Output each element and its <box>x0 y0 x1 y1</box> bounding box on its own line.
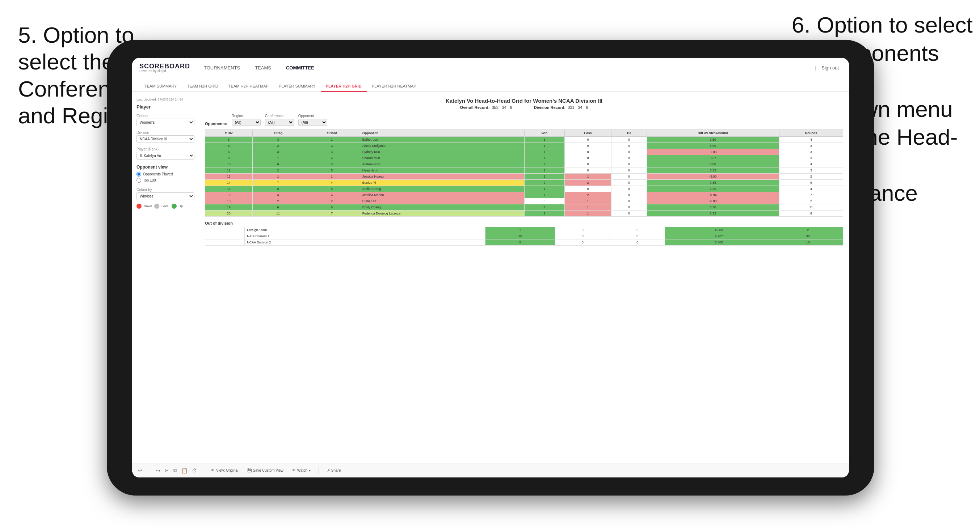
radio-opponents-played[interactable]: Opponents Played <box>137 172 194 176</box>
table-cell: Eunice Yi <box>360 180 524 186</box>
table-cell: 4.00 <box>647 143 779 149</box>
table-cell: 5 <box>304 186 360 192</box>
table-cell: 2 <box>565 180 611 186</box>
subnav-team-h2h-heatmap[interactable]: TEAM H2H HEATMAP <box>223 81 274 92</box>
radio-top-100[interactable]: Top 100 <box>137 178 194 183</box>
table-cell: 2 <box>252 167 304 174</box>
table-cell: 0 <box>611 211 647 217</box>
table-cell: 3 <box>779 149 843 155</box>
subnav-player-h2h-grid[interactable]: PLAYER H2H GRID <box>321 81 367 92</box>
player-rank-label: Player (Rank) <box>137 147 194 151</box>
sub-nav: TEAM SUMMARY TEAM H2H GRID TEAM H2H HEAT… <box>132 78 849 92</box>
nav-teams[interactable]: TEAMS <box>252 63 274 72</box>
subnav-player-h2h-heatmap[interactable]: PLAYER H2H HEATMAP <box>367 81 422 92</box>
table-cell: 1 <box>524 192 565 198</box>
out-div-cell: 0 <box>555 240 610 246</box>
table-cell: 1 <box>524 167 565 174</box>
table-cell: 0 <box>611 167 647 174</box>
table-cell: 0 <box>565 155 611 161</box>
table-cell: 3 <box>779 143 843 149</box>
table-cell: 20 <box>205 211 253 217</box>
table-cell: 0 <box>565 167 611 174</box>
subnav-team-summary[interactable]: TEAM SUMMARY <box>139 81 182 92</box>
nav-tournaments[interactable]: TOURNAMENTS <box>201 63 243 72</box>
col-diff: Diff Av Strokes/Rnd <box>647 130 779 137</box>
table-cell: 3 <box>779 155 843 161</box>
watch-btn[interactable]: 👁 Watch ▾ <box>290 467 313 473</box>
out-div-cell: 7.400 <box>665 240 773 246</box>
table-cell: 0 <box>611 155 647 161</box>
legend-down-label: Down <box>144 204 152 208</box>
out-div-cell: 15 <box>485 233 555 240</box>
table-cell: 2 <box>779 174 843 180</box>
save-custom-view-btn[interactable]: 💾 Save Custom View <box>245 467 286 473</box>
table-cell: Esther Lee <box>360 137 524 143</box>
table-row: 1474Eunice Yi2200.389 <box>205 180 843 186</box>
table-cell: 2 <box>304 198 360 204</box>
table-cell: 1 <box>524 143 565 149</box>
table-cell: 1 <box>565 211 611 217</box>
col-tie: Tie <box>611 130 647 137</box>
out-div-cell: NAIA Division 1 <box>245 233 485 240</box>
table-cell: 1 <box>565 198 611 204</box>
out-div-cell: Foreign Team <box>245 227 485 233</box>
colour-by-select[interactable]: Win/loss <box>137 192 194 200</box>
table-cell: 4 <box>524 204 565 211</box>
table-cell: 1 <box>524 149 565 155</box>
col-loss: Loss <box>565 130 611 137</box>
table-cell: 18 <box>205 198 253 204</box>
table-cell: 2 <box>252 198 304 204</box>
logo-text: SCOREBOARD <box>139 63 190 70</box>
nav-committee[interactable]: COMMITTEE <box>283 63 317 72</box>
clock-icon[interactable]: ⏱ <box>192 468 197 473</box>
table-cell: 3 <box>304 161 360 167</box>
table-cell: 0 <box>565 137 611 143</box>
legend-level-circle <box>154 204 159 209</box>
table-cell: 0 <box>611 180 647 186</box>
sign-out-link[interactable]: Sign out <box>819 63 842 72</box>
table-cell: 4 <box>779 186 843 192</box>
copy-icon[interactable]: ⧉ <box>173 467 177 473</box>
table-cell: 1.33 <box>647 211 779 217</box>
table-cell: 2 <box>524 161 565 167</box>
grid-title: Katelyn Vo Head-to-Head Grid for Women's… <box>205 98 843 104</box>
filter-region: Region (All) <box>232 114 261 126</box>
table-cell: 0 <box>611 198 647 204</box>
table-cell: 11 <box>779 204 843 211</box>
subnav-player-summary[interactable]: PLAYER SUMMARY <box>274 81 321 92</box>
player-rank-select[interactable]: 8. Katelyn Vo <box>137 152 194 160</box>
table-cell: 1 <box>304 137 360 143</box>
out-div-cell: 5 <box>485 240 555 246</box>
table-cell: 2 <box>779 198 843 204</box>
table-cell: 0 <box>524 198 565 204</box>
share-btn[interactable]: ↗ Share <box>325 467 343 473</box>
logo-sub: Powered by clippd <box>139 70 190 73</box>
table-cell: 0.38 <box>647 180 779 186</box>
table-cell: 19 <box>205 204 253 211</box>
undo-icon[interactable]: ↩ <box>138 468 142 473</box>
table-cell: 2 <box>524 211 565 217</box>
paste-icon[interactable]: 📋 <box>181 468 188 473</box>
division-select[interactable]: NCAA Division III NCAA Division I NCAA D… <box>137 135 194 143</box>
table-cell: 5 <box>205 143 253 149</box>
cut-icon[interactable]: ✂ <box>165 468 169 473</box>
subnav-team-h2h-grid[interactable]: TEAM H2H GRID <box>182 81 223 92</box>
table-cell: 1 <box>524 155 565 161</box>
table-cell: 0 <box>565 186 611 192</box>
table-cell: 1 <box>524 186 565 192</box>
table-cell: 3 <box>205 137 253 143</box>
opponent-select[interactable]: (All) <box>298 119 327 126</box>
colour-by-label: Colour by <box>137 188 194 192</box>
region-select[interactable]: (All) <box>232 119 261 126</box>
col-reg: # Reg <box>252 130 304 137</box>
view-original-btn[interactable]: 👁 View: Original <box>209 467 241 473</box>
conference-select[interactable]: (All) <box>265 119 294 126</box>
table-cell: Heeji Hyun <box>360 167 524 174</box>
redo-icon[interactable]: ↪ <box>156 468 161 473</box>
table-cell: 4 <box>779 137 843 143</box>
table-cell: 5 <box>304 167 360 174</box>
gender-select[interactable]: Women's Men's <box>137 119 194 126</box>
filter-conference: Conference (All) <box>265 114 294 126</box>
table-cell: 0 <box>565 161 611 167</box>
table-cell: 8 <box>252 186 304 192</box>
